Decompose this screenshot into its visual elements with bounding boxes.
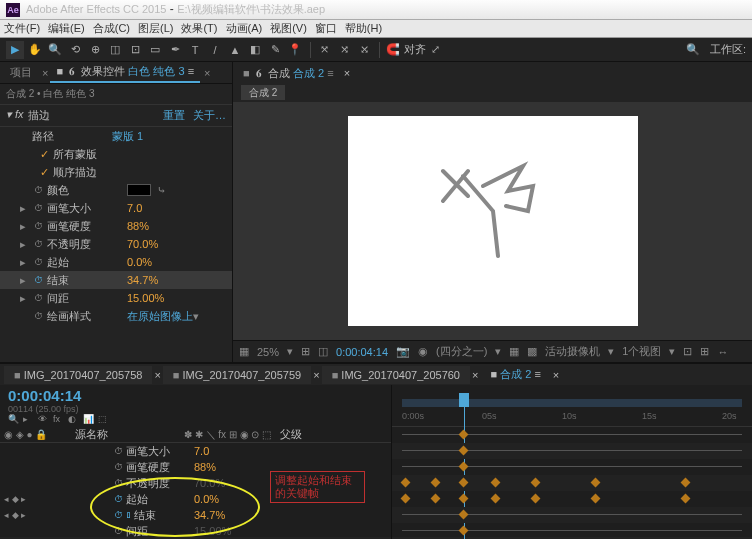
rect-tool[interactable]: ▭ xyxy=(146,41,164,59)
time-display[interactable]: 0:00:04:14 xyxy=(336,346,388,358)
tab-effect-controls[interactable]: ■ 𝟔 效果控件 白色 纯色 3 ≡ xyxy=(50,62,200,83)
keyframe[interactable] xyxy=(401,478,411,488)
menu-effect[interactable]: 效果(T) xyxy=(181,21,217,36)
keyframe[interactable] xyxy=(681,478,691,488)
tab-project-close-icon[interactable]: × xyxy=(42,67,48,79)
tab-project[interactable]: 项目 xyxy=(4,63,38,82)
fx-toggle-icon[interactable]: ▾ fx xyxy=(6,108,24,123)
region-icon[interactable]: ▦ xyxy=(509,345,519,358)
keyframe[interactable] xyxy=(531,478,541,488)
orbit-tool[interactable]: ⟲ xyxy=(66,41,84,59)
view-opt2-icon[interactable]: ⊞ xyxy=(700,345,709,358)
allmasks-check-icon[interactable]: ✓ xyxy=(40,148,49,161)
keyframe[interactable] xyxy=(459,462,469,472)
stopwatch-active-icon[interactable]: ⏱ xyxy=(32,274,44,286)
comp-tab[interactable]: ■ 𝟔 合成 合成 2 ≡ xyxy=(237,64,340,83)
type-tool[interactable]: T xyxy=(186,41,204,59)
row-hardness-v[interactable]: 88% xyxy=(194,461,216,473)
menubar[interactable]: 文件(F) 编辑(E) 合成(C) 图层(L) 效果(T) 动画(A) 视图(V… xyxy=(0,20,752,38)
keyframe[interactable] xyxy=(431,494,441,504)
zoom-tool[interactable]: 🔍 xyxy=(46,41,64,59)
menu-view[interactable]: 视图(V) xyxy=(270,21,307,36)
keyframe[interactable] xyxy=(531,494,541,504)
keyframe[interactable] xyxy=(459,494,469,504)
twirl-icon[interactable]: ▸ xyxy=(20,220,30,233)
playhead[interactable] xyxy=(459,393,469,407)
menu-comp[interactable]: 合成(C) xyxy=(93,21,130,36)
prop-spacing-value[interactable]: 15.00% xyxy=(127,292,164,304)
stopwatch-active-icon[interactable]: ⏱ ⌷ xyxy=(114,510,131,520)
color-swatch[interactable] xyxy=(127,184,151,196)
eyedropper-icon[interactable]: ⤷ xyxy=(157,184,166,197)
effect-about[interactable]: 关于… xyxy=(193,108,226,123)
twirl-icon[interactable]: ▸ xyxy=(20,274,30,287)
stopwatch-active-icon[interactable]: ⏱ xyxy=(114,494,123,504)
keyframe[interactable] xyxy=(431,478,441,488)
keyframe[interactable] xyxy=(591,494,601,504)
view-opt3-icon[interactable]: ↔ xyxy=(717,346,728,358)
seqstroke-check-icon[interactable]: ✓ xyxy=(40,166,49,179)
snap-opts-icon[interactable]: ⤢ xyxy=(426,41,444,59)
tab-ec-close-icon[interactable]: × xyxy=(204,67,210,79)
transparency-icon[interactable]: ▩ xyxy=(527,345,537,358)
pen-tool[interactable]: ✒ xyxy=(166,41,184,59)
twirl-icon[interactable]: ▸ xyxy=(20,292,30,305)
prop-hardness-value[interactable]: 88% xyxy=(127,220,149,232)
keyframe[interactable] xyxy=(459,430,469,440)
prop-start-value[interactable]: 0.0% xyxy=(127,256,152,268)
anchor-tool[interactable]: ⊡ xyxy=(126,41,144,59)
kf-nav[interactable]: ◂ ◆ ▸ xyxy=(4,510,44,520)
mb-icon[interactable]: ◐ xyxy=(68,414,80,426)
hand-tool[interactable]: ✋ xyxy=(26,41,44,59)
comp-mini-icon[interactable]: ▸ xyxy=(23,414,35,426)
res-full-icon[interactable]: ⊞ xyxy=(301,345,310,358)
kf-nav[interactable]: ◂ ◆ ▸ xyxy=(4,494,44,504)
viewer[interactable] xyxy=(233,102,752,340)
close-icon[interactable]: × xyxy=(553,369,559,381)
row-spacing-v[interactable]: 15.00% xyxy=(194,525,231,537)
prop-brushsize-value[interactable]: 7.0 xyxy=(127,202,142,214)
stopwatch-icon[interactable]: ⏱ xyxy=(114,462,123,472)
menu-window[interactable]: 窗口 xyxy=(315,21,337,36)
axis-local-icon[interactable]: ⤧ xyxy=(315,41,333,59)
menu-edit[interactable]: 编辑(E) xyxy=(48,21,85,36)
menu-help[interactable]: 帮助(H) xyxy=(345,21,382,36)
effect-reset[interactable]: 重置 xyxy=(163,108,185,123)
stopwatch-icon[interactable]: ⏱ xyxy=(32,202,44,214)
stopwatch-icon[interactable]: ⏱ xyxy=(32,256,44,268)
fx-icon[interactable]: fx xyxy=(53,414,65,426)
close-icon[interactable]: × xyxy=(472,369,478,381)
time-ruler[interactable]: 0:00s 05s 10s 15s 20s xyxy=(392,385,752,427)
tl-tab-1[interactable]: ■ IMG_20170407_205759 xyxy=(163,366,311,384)
prop-path-value[interactable]: 蒙版 1 xyxy=(112,129,143,144)
keyframe[interactable] xyxy=(681,494,691,504)
close-icon[interactable]: × xyxy=(154,369,160,381)
stopwatch-icon[interactable]: ⏱ xyxy=(32,292,44,304)
keyframe[interactable] xyxy=(491,478,501,488)
keyframe[interactable] xyxy=(491,494,501,504)
twirl-icon[interactable]: ▸ xyxy=(20,202,30,215)
stopwatch-icon[interactable]: ⏱ xyxy=(114,526,123,536)
keyframe[interactable] xyxy=(459,510,469,520)
twirl-icon[interactable]: ▸ xyxy=(20,256,30,269)
tl-tab-0[interactable]: ■ IMG_20170407_205758 xyxy=(4,366,152,384)
row-end-v[interactable]: 34.7% xyxy=(194,509,225,521)
grid-toggle-icon[interactable]: ▦ xyxy=(239,345,249,358)
prop-opacity-value[interactable]: 70.0% xyxy=(127,238,158,250)
axis-view-icon[interactable]: ⤩ xyxy=(355,41,373,59)
twirl-icon[interactable]: ▸ xyxy=(20,238,30,251)
stopwatch-icon[interactable]: ⏱ xyxy=(114,446,123,456)
stopwatch-icon[interactable]: ⏱ xyxy=(32,238,44,250)
effect-name[interactable]: 描边 xyxy=(28,108,163,123)
col-source[interactable]: 源名称 xyxy=(64,427,184,442)
views-dropdown[interactable]: 1个视图 xyxy=(622,344,661,359)
stopwatch-icon[interactable]: ⏱ xyxy=(32,310,44,322)
roto-tool[interactable]: ✎ xyxy=(266,41,284,59)
close-icon[interactable]: × xyxy=(313,369,319,381)
keyframe[interactable] xyxy=(401,494,411,504)
search-icon[interactable]: 🔍 xyxy=(8,414,20,426)
stopwatch-icon[interactable]: ⏱ xyxy=(32,220,44,232)
channel-icon[interactable]: ◉ xyxy=(418,345,428,358)
work-area[interactable] xyxy=(402,399,742,407)
puppet-tool[interactable]: 📍 xyxy=(286,41,304,59)
